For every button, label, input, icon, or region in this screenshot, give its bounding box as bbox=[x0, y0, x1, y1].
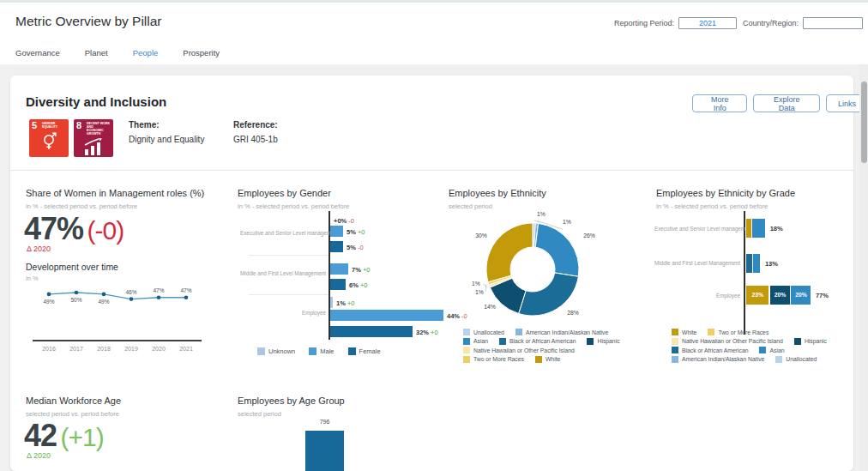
legend-item-hispanic[interactable]: Hispanic bbox=[587, 338, 619, 345]
legend-row: Native Hawaiian or Other Pacific IslandH… bbox=[672, 338, 827, 345]
sdg-5-label: Gender Equality bbox=[42, 122, 66, 129]
country-region-input[interactable] bbox=[803, 17, 863, 29]
country-region-filter: Country/Region: bbox=[743, 17, 863, 29]
legend-item-two-or-more-races[interactable]: Two or More Races bbox=[708, 329, 769, 335]
grade-segment-asian[interactable] bbox=[752, 219, 765, 238]
legend-row: AsianBlack or African AmericanHispanic bbox=[463, 338, 620, 345]
scrollbar-thumb[interactable] bbox=[861, 82, 867, 163]
gender-legend: UnknownMaleFemale bbox=[257, 347, 381, 355]
x-tick-2019: 2019 bbox=[124, 346, 138, 352]
gender-bar-female[interactable] bbox=[330, 326, 413, 337]
gender-bar-value-label: 5% +0 bbox=[347, 228, 365, 236]
theme-label: Theme: bbox=[129, 120, 160, 130]
gender-bar-unknown[interactable] bbox=[330, 297, 333, 308]
kpi-women-management: 47% (-0) bbox=[24, 211, 124, 247]
ethnicity-donut-chart[interactable]: 1%1%26%28%14%1%1%30% bbox=[446, 206, 626, 333]
grade-category-middle-and-first-level-management: Middle and First Level Management bbox=[654, 260, 740, 266]
gender-bar-value-label: 5% -0 bbox=[347, 244, 364, 251]
donut-slice-asian[interactable] bbox=[535, 223, 579, 276]
donut-label-american-indian-alaskan-native: 1% bbox=[563, 219, 571, 225]
chart-subtitle-age-group: selected period bbox=[238, 410, 281, 418]
explore-data-button[interactable]: Explore Data bbox=[753, 94, 820, 112]
chart-title-ethnicity-grade: Employees by Ethnicity by Grade bbox=[656, 188, 795, 198]
kpi-delta: (-0) bbox=[87, 216, 124, 245]
point-label-2016: 49% bbox=[43, 299, 54, 305]
chart-title-median-age: Median Workforce Age bbox=[26, 396, 121, 406]
age-group-bar[interactable] bbox=[305, 431, 344, 471]
kpi-delta-reference: Δ 2020 bbox=[27, 451, 51, 460]
data-point-2019[interactable] bbox=[130, 297, 134, 301]
legend-item-unknown[interactable]: Unknown bbox=[257, 347, 295, 355]
reporting-period-input[interactable] bbox=[678, 17, 737, 29]
point-label-2020: 47% bbox=[153, 287, 164, 293]
donut-label-white: 30% bbox=[475, 232, 487, 239]
legend-item-male[interactable]: Male bbox=[309, 347, 334, 355]
data-point-2016[interactable] bbox=[47, 293, 51, 297]
data-point-2021[interactable] bbox=[184, 295, 189, 299]
donut-label-two-or-more-races: 1% bbox=[475, 289, 484, 295]
reporting-period-label: Reporting Period: bbox=[614, 19, 674, 27]
legend-item-white[interactable]: White bbox=[672, 329, 696, 335]
gender-bar-value-label: 6% +0 bbox=[349, 281, 368, 289]
grade-segment-white[interactable]: 23% bbox=[746, 286, 769, 305]
grade-stacked-bar-employee[interactable]: 23%20%20% bbox=[746, 286, 812, 305]
legend-item-asian[interactable]: Asian bbox=[463, 338, 488, 345]
ethnicity-grade-legend: WhiteTwo or More RacesNative Hawaiian or… bbox=[672, 329, 827, 365]
data-point-2020[interactable] bbox=[157, 295, 161, 299]
legend-item-hispanic[interactable]: Hispanic bbox=[794, 338, 827, 345]
chart-title-age-group: Employees by Age Group bbox=[238, 396, 345, 406]
gender-bar-value-label: 1% +0 bbox=[336, 299, 355, 307]
gender-bar-value-label: +0% -0 bbox=[334, 217, 354, 225]
gender-bar-female[interactable] bbox=[330, 279, 346, 290]
sdg-8-number: 8 bbox=[76, 122, 81, 130]
legend-item-white[interactable]: White bbox=[535, 356, 560, 363]
kpi-value: 42 bbox=[24, 418, 57, 453]
data-point-2018[interactable] bbox=[102, 293, 106, 297]
gender-row-separator bbox=[249, 294, 329, 295]
more-info-button[interactable]: More Info bbox=[692, 94, 747, 112]
grade-segment-black-or-african-american[interactable] bbox=[746, 254, 752, 273]
card-action-buttons: More InfoExplore DataLinks bbox=[692, 94, 868, 112]
chart-title-women-management: Share of Women in Management roles (%) bbox=[26, 188, 204, 198]
grade-segment-white[interactable] bbox=[746, 219, 751, 238]
legend-item-unallocated[interactable]: Unallocated bbox=[775, 356, 817, 363]
legend-item-black-or-african-american[interactable]: Black or African American bbox=[499, 338, 576, 345]
grade-stacked-bar-middle-and-first-level-management[interactable] bbox=[746, 254, 762, 273]
gender-category-executive-and-senior-level-managem-: Executive and Senior Level managem... bbox=[240, 230, 326, 236]
women-management-line-chart[interactable]: 49%50%49%46%47%47%2016201720182019202020… bbox=[26, 283, 219, 355]
donut-slice-white[interactable] bbox=[486, 223, 533, 282]
reference-label: Reference: bbox=[233, 120, 278, 130]
donut-label-native-hawaiian-or-other-pacific-island: 1% bbox=[472, 281, 480, 287]
donut-label-unallocated: 1% bbox=[537, 211, 546, 217]
chart-subtitle-gender: in % - selected period vs. period before bbox=[238, 202, 349, 210]
legend-row: UnallocatedAmerican Indian/Alaskan Nativ… bbox=[463, 329, 620, 335]
legend-item-unallocated[interactable]: Unallocated bbox=[463, 329, 504, 335]
data-point-2017[interactable] bbox=[75, 291, 79, 295]
grade-segment-asian[interactable] bbox=[753, 254, 760, 273]
gender-bar-female[interactable] bbox=[330, 241, 343, 252]
section-title-development: Development over time bbox=[26, 262, 118, 272]
kpi-value: 47% bbox=[24, 211, 83, 246]
gender-bar-male[interactable] bbox=[330, 310, 443, 321]
ethnicity-legend: UnallocatedAmerican Indian/Alaskan Nativ… bbox=[463, 329, 620, 365]
legend-item-female[interactable]: Female bbox=[348, 347, 381, 355]
chart-subtitle-ethnicity-grade: in % - selected period vs. period before bbox=[656, 202, 768, 210]
donut-leader-line bbox=[483, 284, 487, 287]
grade-segment-hispanic[interactable]: 20% bbox=[770, 286, 790, 305]
legend-item-black-or-african-american[interactable]: Black or African American bbox=[672, 347, 748, 353]
gender-bar-male[interactable] bbox=[330, 226, 343, 237]
x-tick-2020: 2020 bbox=[152, 346, 166, 352]
legend-row: Two or More RacesWhite bbox=[463, 356, 620, 363]
legend-item-native-hawaiian-or-other-pacific-island[interactable]: Native Hawaiian or Other Pacific Island bbox=[672, 338, 783, 345]
legend-item-asian[interactable]: Asian bbox=[759, 347, 784, 353]
x-tick-2016: 2016 bbox=[42, 346, 56, 352]
legend-item-american-indian-alaskan-native[interactable]: American Indian/Alaskan Native bbox=[515, 329, 608, 335]
grade-segment-asian[interactable]: 20% bbox=[791, 286, 811, 305]
donut-label-hispanic: 14% bbox=[484, 304, 496, 310]
legend-item-native-hawaiian-or-other-pacific-island[interactable]: Native Hawaiian or Other Pacific Island bbox=[463, 347, 575, 353]
gender-bar-male[interactable] bbox=[330, 263, 348, 275]
country-region-label: Country/Region: bbox=[743, 19, 799, 27]
grade-stacked-bar-executive-and-senior-level-managem-[interactable] bbox=[746, 219, 767, 238]
legend-item-two-or-more-races[interactable]: Two or More Races bbox=[463, 356, 524, 363]
legend-item-american-indian-alaskan-native[interactable]: American Indian/Alaskan Native bbox=[672, 356, 764, 363]
